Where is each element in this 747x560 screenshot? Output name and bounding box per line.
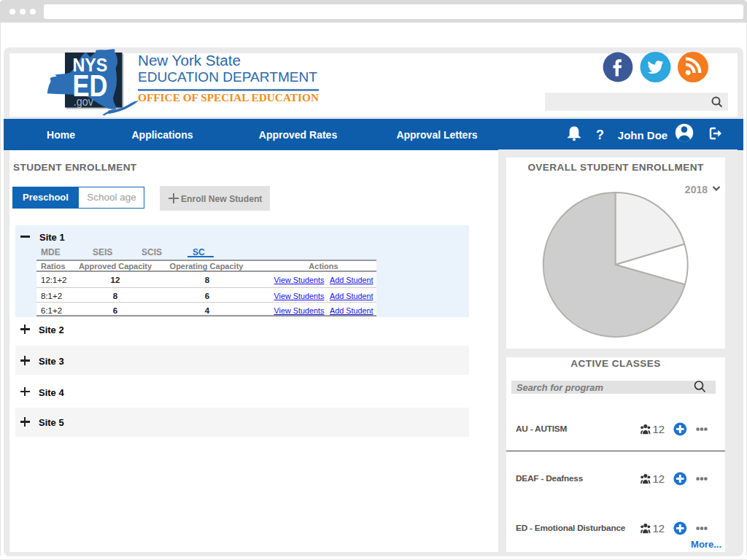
svg-text:New York State: New York State: [138, 52, 241, 69]
svg-text:EDUCATION DEPARTMENT: EDUCATION DEPARTMENT: [138, 69, 317, 85]
svg-text:OFFICE OF SPECIAL EDUCATION: OFFICE OF SPECIAL EDUCATION: [138, 92, 320, 104]
svg-text:.gov: .gov: [74, 95, 93, 109]
